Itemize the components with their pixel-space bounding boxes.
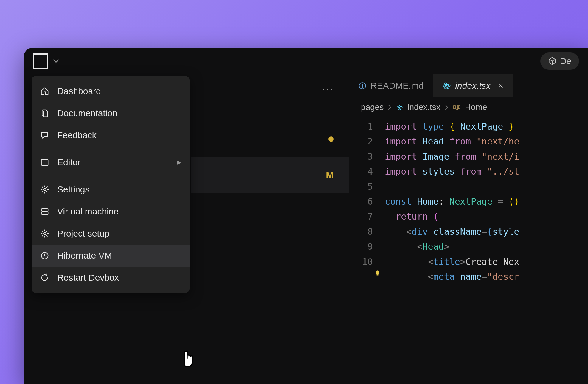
menu-item-label: Feedback xyxy=(57,130,97,140)
workspace-label: De xyxy=(560,56,571,66)
code-line: 7 return ( xyxy=(349,209,588,224)
menu-feedback[interactable]: Feedback xyxy=(32,124,190,146)
more-actions-icon[interactable]: ··· xyxy=(322,83,334,94)
info-icon xyxy=(359,82,366,90)
svg-point-4 xyxy=(44,188,46,191)
server-icon xyxy=(40,207,49,216)
workspace-pill[interactable]: De xyxy=(540,52,579,70)
line-number: 5 xyxy=(349,179,385,194)
menu-separator xyxy=(32,176,190,176)
menu-documentation[interactable]: Documentation xyxy=(32,102,190,124)
menu-dashboard[interactable]: Dashboard xyxy=(32,80,190,102)
file-explorer: ··· M xyxy=(191,74,349,384)
tab-label: README.md xyxy=(370,81,423,91)
refresh-icon xyxy=(40,273,49,282)
svg-rect-1 xyxy=(43,111,48,117)
file-row[interactable]: M xyxy=(191,157,349,193)
svg-point-7 xyxy=(44,232,46,235)
menu-virtual-machine[interactable]: Virtual machine xyxy=(32,200,190,223)
menu-settings[interactable]: Settings xyxy=(32,178,190,200)
gear-icon xyxy=(40,185,49,194)
breadcrumb-part: pages xyxy=(361,102,384,112)
app-window: De Dashboard Docume xyxy=(24,48,588,384)
code-line: 4import styles from "../st xyxy=(349,164,588,179)
app-menu-trigger[interactable] xyxy=(33,53,59,69)
menu-item-label: Dashboard xyxy=(57,86,101,96)
layout-icon xyxy=(40,158,49,167)
menu-restart-devbox[interactable]: Restart Devbox xyxy=(32,267,190,289)
menu-item-label: Editor xyxy=(57,157,80,167)
symbol-icon xyxy=(453,104,461,111)
line-number: 9 xyxy=(349,239,385,254)
tab-index[interactable]: index.tsx xyxy=(433,74,513,97)
svg-rect-11 xyxy=(362,85,363,88)
menu-project-setup[interactable]: Project setup xyxy=(32,223,190,245)
svg-point-12 xyxy=(446,85,448,87)
line-number: 11 xyxy=(349,269,385,284)
modified-badge: M xyxy=(326,170,334,181)
code-text: import Image from "next/i xyxy=(385,149,519,164)
file-row[interactable] xyxy=(191,121,349,157)
editor: README.md index.tsx pages xyxy=(349,74,588,384)
code-text: const Home: NextPage = () xyxy=(385,194,519,209)
gear-icon xyxy=(40,229,49,238)
svg-point-16 xyxy=(399,107,400,108)
breadcrumb-part: Home xyxy=(465,102,487,112)
menu-item-label: Documentation xyxy=(57,108,117,118)
app-menu: Dashboard Documentation Feedback xyxy=(32,76,190,293)
code-line: 3import Image from "next/i xyxy=(349,149,588,164)
code-text: return ( xyxy=(385,209,439,224)
menu-item-label: Settings xyxy=(57,184,89,195)
clock-icon xyxy=(40,251,49,260)
code-text: <title>Create Nex xyxy=(385,254,519,269)
react-icon xyxy=(443,82,451,90)
code-line: 2import Head from "next/he xyxy=(349,134,588,149)
left-panel: Dashboard Documentation Feedback xyxy=(24,74,349,384)
line-number: 6 xyxy=(349,194,385,209)
svg-rect-5 xyxy=(41,209,48,211)
breadcrumb[interactable]: pages index.tsx Home xyxy=(349,97,588,117)
code-line: 5 xyxy=(349,179,588,194)
chevron-right-icon xyxy=(445,104,449,110)
code-line: 9 <Head> xyxy=(349,239,588,254)
modified-dot-icon xyxy=(328,136,334,142)
line-number: 4 xyxy=(349,164,385,179)
breadcrumb-part: index.tsx xyxy=(407,102,440,112)
line-number: 10 xyxy=(349,254,385,269)
lightbulb-icon[interactable] xyxy=(374,270,381,277)
code-line: 8 <div className={style xyxy=(349,224,588,239)
menu-separator xyxy=(32,149,190,149)
tab-label: index.tsx xyxy=(455,81,490,91)
code-text: <meta name="descr xyxy=(385,269,519,284)
svg-rect-2 xyxy=(41,159,48,165)
tab-readme[interactable]: README.md xyxy=(349,74,433,97)
chevron-right-icon xyxy=(388,104,392,110)
svg-rect-6 xyxy=(41,212,48,214)
menu-item-label: Hibernate VM xyxy=(57,251,112,261)
close-icon[interactable] xyxy=(498,83,504,89)
menu-item-label: Restart Devbox xyxy=(57,273,119,283)
line-number: 2 xyxy=(349,134,385,149)
code-text: <div className={style xyxy=(385,224,519,239)
titlebar: De xyxy=(24,48,588,74)
submenu-arrow-icon: ▶ xyxy=(177,159,181,166)
chat-icon xyxy=(40,130,49,140)
line-number: 1 xyxy=(349,119,385,134)
code-text: import styles from "../st xyxy=(385,164,519,179)
code-text: import type { NextPage } xyxy=(385,119,519,134)
menu-hibernate-vm[interactable]: Hibernate VM xyxy=(32,245,190,267)
code-text: import Head from "next/he xyxy=(385,134,519,149)
code-text: <Head> xyxy=(385,239,449,254)
chevron-down-icon xyxy=(53,59,59,63)
line-number: 3 xyxy=(349,149,385,164)
code-area[interactable]: 1import type { NextPage } 2import Head f… xyxy=(349,117,588,284)
code-line: 1import type { NextPage } xyxy=(349,119,588,134)
menu-editor[interactable]: Editor ▶ xyxy=(32,151,190,173)
editor-tabs: README.md index.tsx xyxy=(349,74,588,97)
svg-point-10 xyxy=(362,84,363,85)
line-number: 7 xyxy=(349,209,385,224)
menu-item-label: Virtual machine xyxy=(57,206,119,217)
react-icon xyxy=(396,104,403,111)
code-line: 10 <title>Create Nex xyxy=(349,254,588,269)
cube-icon xyxy=(548,57,556,65)
